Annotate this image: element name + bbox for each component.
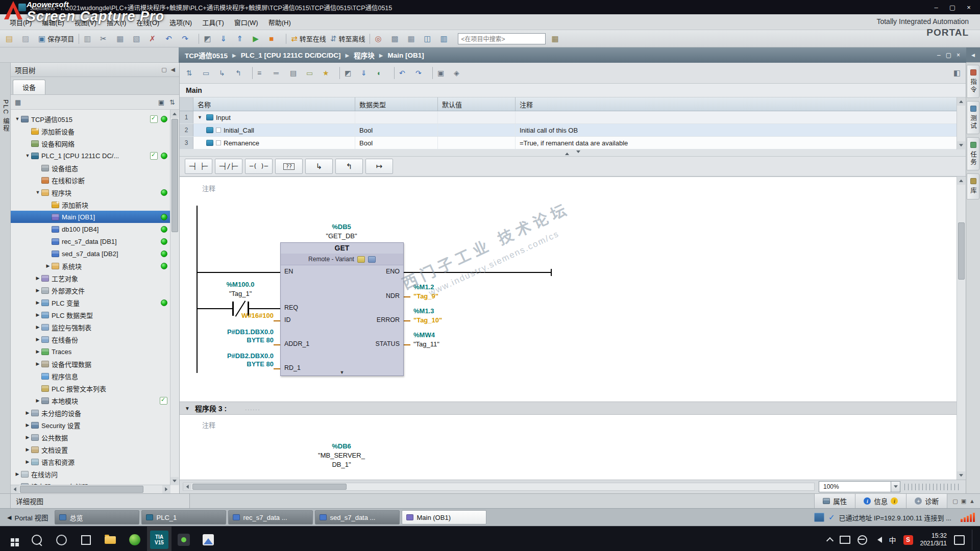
tab-libraries[interactable]: 库	[967, 173, 979, 199]
project-library-icon[interactable]: ▦	[550, 32, 565, 45]
table-column-header[interactable]: 名称	[193, 97, 355, 111]
compile-block-icon[interactable]: ◩	[343, 67, 358, 79]
toolbar-separator[interactable]	[79, 34, 79, 44]
db6-name-line1[interactable]: "MB_SERVER_	[280, 452, 403, 459]
detail-view-header[interactable]: 详细视图	[10, 494, 190, 508]
project-search-input[interactable]	[458, 33, 546, 44]
go-offline-button[interactable]: ⇵ 转至离线	[329, 32, 367, 45]
notification-center-icon[interactable]	[954, 535, 965, 545]
open-branch-button[interactable]: ↳	[305, 159, 333, 174]
open-project-icon[interactable]: ▨	[20, 32, 36, 45]
row-caret-icon[interactable]: ▼	[198, 115, 204, 120]
db6-address[interactable]: %DB6	[280, 442, 403, 450]
cross-references-icon[interactable]: ▩	[389, 32, 405, 45]
minimize-button[interactable]: –	[929, 2, 943, 12]
no-contact-button[interactable]: ─┤ ├─	[185, 159, 212, 174]
editor-maximize-button[interactable]: ▢	[946, 52, 951, 59]
tree-caret-icon[interactable]: ▶	[34, 337, 41, 342]
tree-horizontal-scrollbar[interactable]	[11, 485, 170, 493]
menu-item[interactable]: 工具(T)	[198, 15, 229, 29]
favorites-icon[interactable]: ★	[321, 67, 336, 79]
tree-caret-icon[interactable]: ▶	[34, 300, 41, 305]
pane-window-button[interactable]: ▲	[969, 498, 975, 504]
tree-caret-icon[interactable]: ▼	[14, 116, 21, 121]
breadcrumb-item[interactable]: Main [OB1]	[387, 52, 424, 59]
parameter-comment[interactable]: Initial call of this OB	[516, 124, 957, 136]
tray-volume-icon[interactable]	[874, 537, 882, 543]
tree-item[interactable]: ▶ 文档设置	[11, 443, 170, 456]
start-button[interactable]	[0, 527, 24, 551]
zoom-dropdown-icon[interactable]	[891, 482, 900, 492]
contact-tag-name[interactable]: "Tag_1"	[204, 290, 277, 297]
ndr-tag-name[interactable]: "Tag_9"	[413, 292, 490, 300]
tree-item[interactable]: 设备组态	[11, 162, 170, 174]
ime-indicator[interactable]: 中	[889, 535, 896, 545]
tree-caret-icon[interactable]: ▶	[24, 459, 31, 464]
tree-pin-icon[interactable]: ▢	[161, 66, 166, 73]
tree-item[interactable]: ▶ 本地模块	[11, 394, 170, 407]
ndr-address[interactable]: %M1.2	[413, 283, 490, 291]
get-block[interactable]: GET Remote - Variant EN REQ ID ADDR_1 RD…	[280, 242, 404, 376]
tab-instructions[interactable]: 指令	[967, 65, 979, 98]
parameter-type[interactable]: Bool	[355, 124, 438, 136]
print-icon[interactable]: ▥	[82, 32, 97, 45]
parameter-comment[interactable]: =True, if remanent data are available	[516, 137, 957, 149]
tree-item[interactable]: sed_s7_data [DB2]	[11, 247, 170, 260]
toolbar-separator[interactable]	[339, 67, 340, 79]
taskbar-clock[interactable]: 15:32 2021/3/11	[920, 532, 947, 547]
tree-item[interactable]: 添加新块	[11, 198, 170, 211]
expand-networks-icon[interactable]: ≡	[256, 67, 271, 79]
toolbar-separator[interactable]	[199, 34, 199, 44]
tree-item[interactable]: ▶ 监控与强制表	[11, 321, 170, 333]
pane-window-button[interactable]: ▢	[952, 498, 958, 505]
tree-item[interactable]: PLC 报警文本列表	[11, 382, 170, 394]
editor-close-button[interactable]: ×	[957, 52, 960, 59]
block-variant-label[interactable]: Remote - Variant	[308, 256, 354, 263]
network-3-header[interactable]: ▼ 程序段 3 : ......	[180, 402, 957, 415]
tree-caret-icon[interactable]: ▶	[44, 263, 52, 268]
close-button[interactable]: ×	[962, 2, 976, 12]
nc-contact-button[interactable]: ─┤/├─	[215, 159, 242, 174]
editor-button-sed-s7-data[interactable]: sed_s7_data ...	[315, 510, 400, 524]
save-project-button[interactable]: ▣ 保存项目	[37, 32, 76, 45]
canvas-horizontal-scrollbar[interactable]	[183, 483, 815, 491]
tray-network-icon[interactable]	[857, 535, 867, 545]
copy-icon[interactable]: ▦	[115, 32, 130, 45]
network-comments-icon[interactable]: ▭	[305, 67, 320, 79]
tree-caret-icon[interactable]: ▶	[34, 312, 41, 317]
redo-icon[interactable]: ↷	[414, 67, 429, 79]
menu-item[interactable]: 插入(I)	[102, 15, 131, 29]
symbol-information-icon[interactable]: ▣	[436, 67, 451, 79]
tree-collapse-icon[interactable]: ◀	[171, 66, 175, 73]
table-column-header[interactable]: 注释	[516, 97, 957, 111]
cut-icon[interactable]: ✂	[99, 32, 114, 45]
editor-minimize-button[interactable]: –	[937, 52, 941, 59]
empty-box-button[interactable]: ??	[275, 159, 303, 174]
tree-item[interactable]: ▶ PLC 变量	[11, 296, 170, 309]
tree-item[interactable]: ▶ 公共数据	[11, 431, 170, 443]
db6-name-line2[interactable]: DB_1"	[280, 461, 403, 468]
editor-settings-icon[interactable]: ◈	[452, 67, 468, 79]
menu-item[interactable]: 项目(P)	[5, 15, 36, 29]
editor-button-plc1[interactable]: PLC_1	[141, 510, 226, 524]
tree-item[interactable]: ▶ 在线备份	[11, 333, 170, 345]
tree-caret-icon[interactable]: ▶	[14, 471, 21, 477]
tree-vertical-scrollbar[interactable]	[170, 110, 179, 485]
block-expand-icon[interactable]: ▼	[340, 370, 345, 375]
tab-testing[interactable]: 测试	[967, 101, 979, 134]
tree-caret-icon[interactable]: ▼	[34, 190, 41, 195]
menu-item[interactable]: 帮助(H)	[264, 15, 296, 29]
tree-sort-icon[interactable]: ⇅	[169, 98, 175, 106]
editor-button-rec-s7-data[interactable]: rec_s7_data ...	[228, 510, 313, 524]
db-instance-address[interactable]: %DB5	[280, 223, 403, 231]
menu-item[interactable]: 选项(N)	[165, 15, 197, 29]
tab-properties[interactable]: 属性	[814, 494, 855, 508]
tree-item[interactable]: ▼ PLC_1 [CPU 1211C DC/...	[11, 149, 170, 162]
menu-item[interactable]: 视图(V)	[70, 15, 101, 29]
screen-capture-app-icon[interactable]	[172, 527, 196, 551]
rail-collapse-button[interactable]: ◀	[966, 47, 980, 63]
parameter-default[interactable]	[438, 124, 516, 136]
tree-caret-icon[interactable]: ▶	[24, 435, 31, 440]
delete-icon[interactable]: ✗	[148, 32, 163, 45]
toolbar-separator[interactable]	[432, 67, 433, 79]
